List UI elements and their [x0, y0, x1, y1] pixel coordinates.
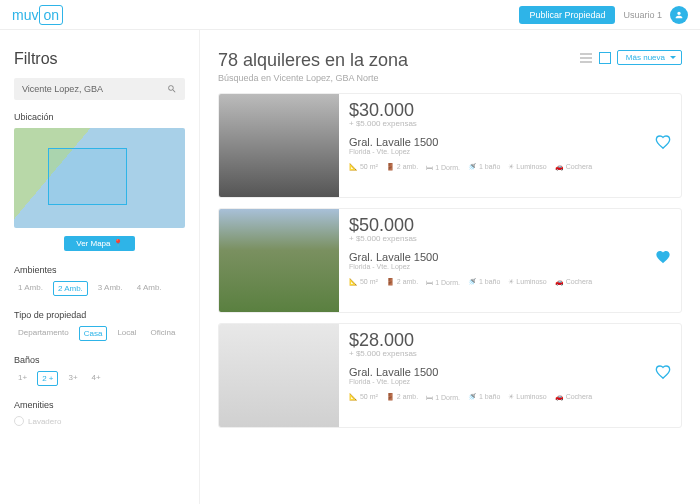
- tipo-chips: DepartamentoCasaLocalOficina: [14, 326, 185, 341]
- chip-casa[interactable]: Casa: [79, 326, 108, 341]
- listings: $30.000 + $5.000 expensas Gral. Lavalle …: [218, 93, 682, 428]
- search-icon: [167, 84, 177, 94]
- listing-address: Gral. Lavalle 1500: [349, 251, 671, 263]
- spec-dorm: 🛏 1 Dorm.: [426, 394, 460, 401]
- chip-1-amb-[interactable]: 1 Amb.: [14, 281, 47, 296]
- spec-area: 📐 50 m²: [349, 278, 378, 286]
- spec-amb: 🚪 2 amb.: [386, 163, 418, 171]
- listing-body: $30.000 + $5.000 expensas Gral. Lavalle …: [339, 94, 681, 197]
- view-map-button[interactable]: Ver Mapa 📍: [64, 236, 134, 251]
- listing-specs: 📐 50 m² 🚪 2 amb. 🛏 1 Dorm. 🚿 1 baño ☀ Lu…: [349, 393, 671, 401]
- favorite-button[interactable]: [655, 249, 671, 267]
- spec-luz: ☀ Luminoso: [508, 278, 546, 286]
- banos-chips: 1+2 +3+4+: [14, 371, 185, 386]
- publish-button[interactable]: Publicar Propiedad: [519, 6, 615, 24]
- chip-3-[interactable]: 3+: [64, 371, 81, 386]
- filters-title: Filtros: [14, 50, 185, 68]
- logo-text-on: on: [39, 5, 63, 25]
- logo[interactable]: muvon: [12, 5, 63, 25]
- spec-dorm: 🛏 1 Dorm.: [426, 164, 460, 171]
- banos-label: Baños: [14, 355, 185, 365]
- location-label: Ubicación: [14, 112, 185, 122]
- ambientes-chips: 1 Amb.2 Amb.3 Amb.4 Amb.: [14, 281, 185, 296]
- listing-image: [219, 94, 339, 197]
- spec-bano: 🚿 1 baño: [468, 278, 500, 286]
- results-header: 78 alquileres en la zona Búsqueda en Vic…: [218, 50, 682, 83]
- list-view-icon[interactable]: [579, 51, 593, 65]
- sidebar: Filtros Ubicación Ver Mapa 📍 Ambientes 1…: [0, 30, 200, 504]
- spec-coch: 🚗 Cochera: [555, 393, 592, 401]
- listing-location: Florida - Vte. Lopez: [349, 378, 671, 385]
- chip-2-amb-[interactable]: 2 Amb.: [53, 281, 88, 296]
- sort-dropdown[interactable]: Más nueva: [617, 50, 682, 65]
- listing-expenses: + $5.000 expensas: [349, 119, 671, 128]
- results-subtitle: Búsqueda en Vicente Lopez, GBA Norte: [218, 73, 408, 83]
- listing-address: Gral. Lavalle 1500: [349, 136, 671, 148]
- topbar-right: Publicar Propiedad Usuario 1: [519, 6, 688, 24]
- spec-coch: 🚗 Cochera: [555, 278, 592, 286]
- listing-address: Gral. Lavalle 1500: [349, 366, 671, 378]
- results-title: 78 alquileres en la zona: [218, 50, 408, 71]
- listing-body: $28.000 + $5.000 expensas Gral. Lavalle …: [339, 324, 681, 427]
- spec-amb: 🚪 2 amb.: [386, 278, 418, 286]
- search-input[interactable]: [22, 84, 167, 94]
- listing-price: $28.000: [349, 330, 671, 351]
- listing-specs: 📐 50 m² 🚪 2 amb. 🛏 1 Dorm. 🚿 1 baño ☀ Lu…: [349, 163, 671, 171]
- listing-expenses: + $5.000 expensas: [349, 234, 671, 243]
- listing-card[interactable]: $28.000 + $5.000 expensas Gral. Lavalle …: [218, 323, 682, 428]
- spec-luz: ☀ Luminoso: [508, 163, 546, 171]
- amenity-item[interactable]: Lavadero: [14, 416, 185, 426]
- content: 78 alquileres en la zona Búsqueda en Vic…: [200, 30, 700, 504]
- listing-image: [219, 209, 339, 312]
- spec-coch: 🚗 Cochera: [555, 163, 592, 171]
- heart-icon: [655, 364, 671, 380]
- user-label: Usuario 1: [623, 10, 662, 20]
- listing-price: $50.000: [349, 215, 671, 236]
- chip-local[interactable]: Local: [113, 326, 140, 341]
- listing-image: [219, 324, 339, 427]
- chip-4-amb-[interactable]: 4 Amb.: [133, 281, 166, 296]
- heart-icon: [655, 249, 671, 265]
- spec-bano: 🚿 1 baño: [468, 393, 500, 401]
- listing-card[interactable]: $50.000 + $5.000 expensas Gral. Lavalle …: [218, 208, 682, 313]
- listing-expenses: + $5.000 expensas: [349, 349, 671, 358]
- listing-body: $50.000 + $5.000 expensas Gral. Lavalle …: [339, 209, 681, 312]
- chip-1-[interactable]: 1+: [14, 371, 31, 386]
- favorite-button[interactable]: [655, 364, 671, 382]
- favorite-button[interactable]: [655, 134, 671, 152]
- chip-oficina[interactable]: Oficina: [147, 326, 180, 341]
- heart-icon: [655, 134, 671, 150]
- spec-luz: ☀ Luminoso: [508, 393, 546, 401]
- spec-area: 📐 50 m²: [349, 163, 378, 171]
- chip-3-amb-[interactable]: 3 Amb.: [94, 281, 127, 296]
- spec-area: 📐 50 m²: [349, 393, 378, 401]
- view-controls: Más nueva: [579, 50, 682, 65]
- ambientes-label: Ambientes: [14, 265, 185, 275]
- topbar: muvon Publicar Propiedad Usuario 1: [0, 0, 700, 30]
- chip-2-[interactable]: 2 +: [37, 371, 58, 386]
- avatar[interactable]: [670, 6, 688, 24]
- spec-dorm: 🛏 1 Dorm.: [426, 279, 460, 286]
- map-preview[interactable]: [14, 128, 185, 228]
- grid-view-icon[interactable]: [599, 52, 611, 64]
- amenities-label: Amenities: [14, 400, 185, 410]
- user-icon: [674, 10, 684, 20]
- search-box[interactable]: [14, 78, 185, 100]
- spec-amb: 🚪 2 amb.: [386, 393, 418, 401]
- tipo-label: Tipo de propiedad: [14, 310, 185, 320]
- chip-4-[interactable]: 4+: [88, 371, 105, 386]
- listing-specs: 📐 50 m² 🚪 2 amb. 🛏 1 Dorm. 🚿 1 baño ☀ Lu…: [349, 278, 671, 286]
- spec-bano: 🚿 1 baño: [468, 163, 500, 171]
- listing-location: Florida - Vte. Lopez: [349, 263, 671, 270]
- logo-text-muv: muv: [12, 7, 38, 23]
- listing-card[interactable]: $30.000 + $5.000 expensas Gral. Lavalle …: [218, 93, 682, 198]
- listing-location: Florida - Vte. Lopez: [349, 148, 671, 155]
- listing-price: $30.000: [349, 100, 671, 121]
- chip-departamento[interactable]: Departamento: [14, 326, 73, 341]
